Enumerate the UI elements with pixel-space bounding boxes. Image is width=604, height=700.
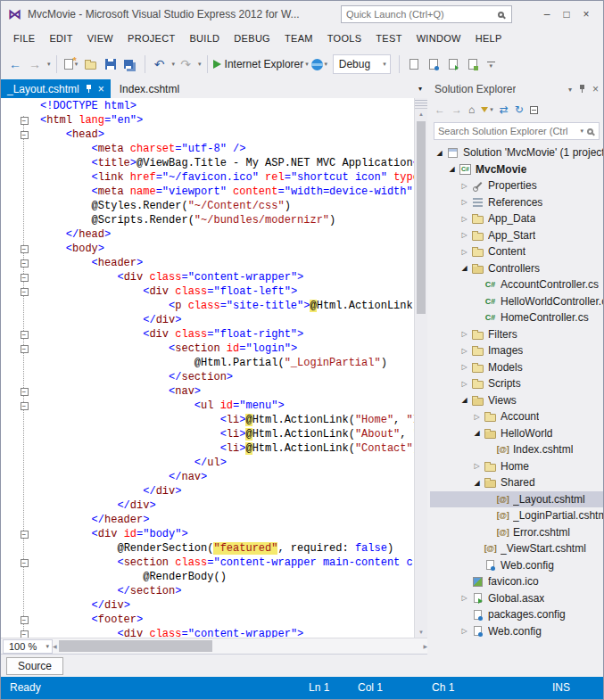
tree-item-images[interactable]: ▷Images [430,342,603,359]
redo-dropdown-icon[interactable]: ▾ [198,61,202,68]
tree-item-accountcontroller-cs[interactable]: C#AccountController.cs [430,276,603,293]
properties-window-button[interactable] [425,54,443,75]
undo-button[interactable]: ↶ [151,54,169,75]
tree-item-app-start[interactable]: ▷App_Start [430,227,603,244]
tree-item-helloworldcontroller-cs[interactable]: C#HelloWorldController.cs [430,293,603,310]
menu-tools[interactable]: TOOLS [320,28,369,49]
chevron-collapsed-icon[interactable]: ▷ [459,594,470,602]
tree-item-shared[interactable]: ◢Shared [430,474,603,491]
chevron-collapsed-icon[interactable]: ▷ [459,248,470,256]
collapse-region-icon[interactable]: − [21,259,29,268]
code-line[interactable]: <meta charset="utf-8" /> [1,142,414,156]
pin-icon[interactable] [578,85,586,94]
solution-configuration-combo[interactable]: Debug ▾ [333,54,391,74]
code-line[interactable]: <li>@Html.ActionLink("About", " [1,427,414,441]
tree-item-helloworld[interactable]: ◢HelloWorld [430,425,603,442]
menu-team[interactable]: TEAM [277,28,320,49]
code-line[interactable]: − <div class="content-wrapper"> [1,627,414,638]
code-line[interactable]: − <body> [1,242,414,256]
run-target-dropdown-icon[interactable]: ▾ [305,61,309,68]
save-button[interactable] [102,54,120,75]
tree-item-index-cshtml[interactable]: [@]Index.cshtml [430,441,603,458]
tree-item-references[interactable]: ▷References [430,194,603,211]
collapse-region-icon[interactable]: − [21,616,29,624]
chevron-expanded-icon[interactable]: ◢ [434,149,445,157]
menu-edit[interactable]: EDIT [42,28,79,49]
chevron-collapsed-icon[interactable]: ▷ [459,330,470,338]
code-line[interactable]: </nav> [1,470,414,484]
home-icon[interactable]: ⌂ [468,103,475,116]
menu-window[interactable]: WINDOW [410,28,468,49]
view-in-browser-button[interactable] [444,54,462,75]
collapse-region-icon[interactable]: − [21,117,29,125]
refresh-icon[interactable]: ↻ [515,103,524,116]
chevron-collapsed-icon[interactable]: ▷ [459,198,470,206]
back-icon[interactable]: ← [434,103,445,116]
code-line[interactable]: − <ul id="menu"> [1,399,414,413]
quick-launch-input[interactable] [342,9,498,20]
start-debugging-button[interactable]: Internet Explorer ▾ [213,54,309,75]
code-line[interactable]: − <head> [1,128,414,142]
fold-toggle[interactable]: − [17,284,31,299]
collapse-region-icon[interactable]: − [21,559,29,567]
scroll-up-icon[interactable]: ▲ [418,109,424,119]
maximize-button[interactable]: □ [557,8,576,21]
tree-item-homecontroller-cs[interactable]: C#HomeController.cs [430,309,603,326]
code-line[interactable]: </section> [1,370,414,384]
tree-item-layout-cshtml[interactable]: [@]_Layout.cshtml [430,491,603,508]
fold-toggle[interactable]: − [17,527,31,541]
chevron-collapsed-icon[interactable]: ▷ [459,627,470,635]
menu-help[interactable]: HELP [468,28,509,49]
tab-list-dropdown-icon[interactable]: ▾ [418,85,427,93]
fold-toggle[interactable]: − [17,556,31,570]
solution-search-input[interactable] [434,126,578,136]
fold-toggle[interactable]: − [17,327,31,342]
tree-item-models[interactable]: ▷Models [430,359,603,376]
code-line[interactable]: </div> [1,484,414,498]
code-line[interactable]: <link href="~/favicon.ico" rel="shortcut… [1,170,414,185]
collapse-all-button[interactable] [530,106,538,114]
splitter-grip[interactable] [415,98,427,109]
scrollbar-track[interactable] [415,119,427,627]
collapse-region-icon[interactable]: − [21,331,29,339]
filter-button[interactable]: ▾ [481,106,493,113]
code-line[interactable]: −<html lang="en"> [1,113,414,128]
open-file-button[interactable] [82,54,100,75]
hscrollbar-track[interactable] [57,638,424,654]
chevron-expanded-icon[interactable]: ◢ [459,396,470,404]
vertical-scrollbar[interactable]: ▲ ▼ [414,98,427,638]
code-line[interactable]: </ul> [1,456,414,470]
tab-index-cshtml[interactable]: Index.cshtml [111,79,188,98]
tree-item-packages-config[interactable]: packages.config [430,606,603,623]
scroll-down-icon[interactable]: ▼ [418,627,424,638]
fold-toggle[interactable]: − [17,399,31,413]
code-line[interactable]: </head> [1,227,414,242]
toolbar-overflow-button[interactable]: ▾ [487,62,495,68]
tree-item-scripts[interactable]: ▷Scripts [430,375,603,392]
minimize-button[interactable]: – [537,8,557,21]
undo-dropdown-icon[interactable]: ▾ [172,61,176,68]
collapse-region-icon[interactable]: − [21,245,29,253]
find-button[interactable] [405,54,423,75]
tree-item-web-config[interactable]: Web.config [430,557,603,574]
code-line[interactable]: <meta name="viewport" content="width=dev… [1,185,414,199]
menu-test[interactable]: TEST [368,28,409,49]
sync-with-active-document-icon[interactable]: ⇄ [500,103,509,116]
zoom-combo[interactable]: 100 % ▾ [3,639,53,654]
code-line[interactable]: <title>@ViewBag.Title - My ASP.NET MVC A… [1,156,414,170]
code-line[interactable]: − <section class="content-wrapper main-c… [1,556,414,570]
tree-item-controllers[interactable]: ◢Controllers [430,260,603,277]
code-line[interactable]: @RenderSection("featured", required: fal… [1,541,414,556]
menu-debug[interactable]: DEBUG [227,28,277,49]
new-file-button[interactable]: ▾ [62,54,80,75]
chevron-collapsed-icon[interactable]: ▷ [459,363,470,371]
tree-item-properties[interactable]: ▷Properties [430,177,603,194]
collapse-region-icon[interactable]: − [21,288,29,296]
tree-item-solution-mvcmovie-1-project[interactable]: ◢Solution 'MvcMovie' (1 project) [430,144,603,161]
collapse-region-icon[interactable]: − [21,274,29,282]
tree-item-global-asax[interactable]: ▷Global.asax [430,590,603,607]
close-icon[interactable]: × [592,83,599,95]
search-options-dropdown-icon[interactable]: ▾ [580,128,583,135]
fold-toggle[interactable]: − [17,128,31,142]
tree-item-app-data[interactable]: ▷App_Data [430,210,603,227]
